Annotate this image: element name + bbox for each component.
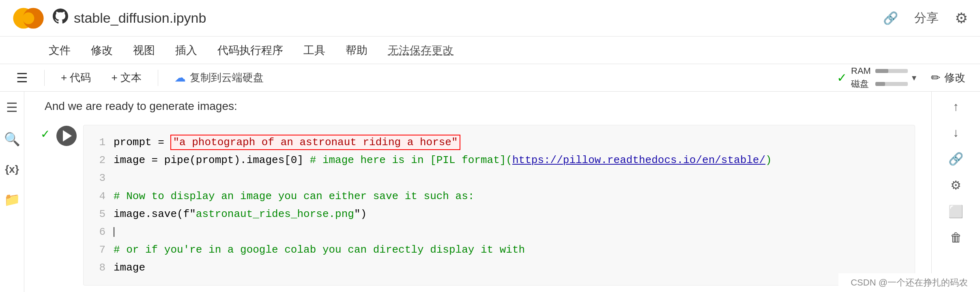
disk-fill	[875, 82, 885, 86]
menu-tools[interactable]: 工具	[303, 43, 325, 58]
section-description: And we are ready to generate images:	[41, 100, 915, 113]
line-content-3	[114, 169, 903, 187]
edit-mode-button[interactable]: ✏ 修改	[924, 67, 972, 88]
svg-point-2	[23, 12, 34, 24]
sidebar-icon-variables[interactable]: {x}	[5, 163, 19, 176]
line-number-5: 5	[96, 205, 105, 223]
unsaved-status: 无法保存更改	[388, 43, 453, 58]
disk-bar	[875, 82, 908, 86]
code-str-filename: astronaut_rides_horse.png	[196, 208, 354, 220]
add-code-button[interactable]: + 代码	[53, 67, 99, 88]
line-number-1: 1	[96, 133, 105, 151]
pil-link[interactable]: https://pillow.readthedocs.io/en/stable/	[512, 154, 765, 166]
line-content-2: image = pipe(prompt).images[0] # image h…	[114, 151, 903, 169]
menu-runtime[interactable]: 代码执行程序	[217, 43, 283, 58]
line-number-8: 8	[96, 259, 105, 277]
add-text-button[interactable]: + 文本	[103, 67, 149, 88]
code-comment-7: # or if you're in a google colab you can…	[114, 244, 525, 256]
menubar: 文件 修改 视图 插入 代码执行程序 工具 帮助 无法保存更改	[0, 36, 980, 64]
sidebar-icon-files[interactable]: 📁	[4, 192, 20, 207]
edit-label: 修改	[944, 71, 965, 85]
cell-run-checkmark: ✓	[41, 127, 50, 141]
footer-text: CSDN @一个还在挣扎的码农	[851, 277, 968, 288]
text-cursor	[114, 227, 114, 237]
add-text-label: + 文本	[111, 71, 141, 85]
line-content-6	[114, 223, 903, 241]
cell-settings-icon[interactable]: ⚙	[950, 178, 961, 192]
notebook-title: stable_diffusion.ipynb	[74, 10, 206, 26]
ram-bar	[875, 69, 908, 73]
expand-icon[interactable]: ⬜	[948, 204, 963, 219]
code-block[interactable]: 1 prompt = "a photograph of an astronaut…	[83, 125, 915, 286]
code-line-3: 3	[96, 169, 903, 187]
disk-label: 磁盘	[851, 78, 871, 90]
line-number-2: 2	[96, 151, 105, 169]
toolbar-divider-1	[44, 70, 45, 86]
menu-view[interactable]: 视图	[133, 43, 155, 58]
header-actions: 🔗 分享 ⚙	[883, 10, 968, 27]
line-number-6: 6	[96, 223, 105, 241]
code-text-image: image = pipe(prompt).images[0]	[114, 154, 310, 166]
menu-file[interactable]: 文件	[49, 43, 71, 58]
link-icon: 🔗	[883, 11, 898, 25]
link-cell-icon[interactable]: 🔗	[948, 152, 963, 166]
move-up-icon[interactable]: ↑	[953, 100, 959, 114]
share-button[interactable]: 分享	[914, 10, 939, 26]
ram-fill	[875, 69, 888, 73]
copy-to-cloud-label: 复制到云端硬盘	[190, 71, 264, 85]
code-text-close: ")	[354, 208, 367, 220]
menu-edit[interactable]: 修改	[91, 43, 113, 58]
copy-to-cloud-button[interactable]: ☁ 复制到云端硬盘	[166, 67, 272, 88]
toolbar-right: ✓ RAM 磁盘 ▾ ✏ 修改	[837, 66, 972, 90]
gear-icon: ⚙	[955, 10, 968, 27]
move-down-icon[interactable]: ↓	[953, 126, 959, 140]
code-cell: ✓ 1 prompt = "a photograph of an astrona…	[41, 125, 915, 286]
resource-dropdown-icon[interactable]: ▾	[912, 73, 916, 83]
line-number-7: 7	[96, 241, 105, 259]
code-text-image-var: image	[114, 262, 145, 274]
line-number-4: 4	[96, 187, 105, 205]
header-title-area: stable_diffusion.ipynb	[53, 9, 883, 28]
toolbar: ☰ + 代码 + 文本 ☁ 复制到云端硬盘 ✓ RAM 磁	[0, 64, 980, 92]
code-comment-4: # Now to display an image you can either…	[114, 190, 474, 202]
code-line-2: 2 image = pipe(prompt).images[0] # image…	[96, 151, 903, 169]
highlighted-string: "a photograph of an astronaut riding a h…	[170, 135, 460, 150]
cloud-icon: ☁	[174, 71, 186, 84]
sidebar: ☰ 🔍 {x} 📁	[0, 92, 24, 292]
line-content-1: prompt = "a photograph of an astronaut r…	[114, 133, 903, 151]
right-panel: ↑ ↓ 🔗 ⚙ ⬜ 🗑	[931, 92, 980, 292]
line-number-3: 3	[96, 169, 105, 187]
code-line-1: 1 prompt = "a photograph of an astronaut…	[96, 133, 903, 151]
line-content-4: # Now to display an image you can either…	[114, 187, 903, 205]
main-layout: ☰ 🔍 {x} 📁 And we are ready to generate i…	[0, 92, 980, 292]
toolbar-divider-2	[158, 70, 158, 86]
run-icon	[63, 130, 72, 142]
link-button[interactable]: 🔗	[883, 11, 898, 25]
add-code-label: + 代码	[61, 71, 91, 85]
code-line-7: 7 # or if you're in a google colab you c…	[96, 241, 903, 259]
line-content-7: # or if you're in a google colab you can…	[114, 241, 903, 259]
connected-checkmark: ✓	[837, 71, 847, 85]
menu-help[interactable]: 帮助	[346, 43, 368, 58]
menu-insert[interactable]: 插入	[175, 43, 197, 58]
delete-cell-icon[interactable]: 🗑	[950, 231, 962, 245]
resource-status: ✓ RAM 磁盘 ▾	[837, 66, 916, 90]
code-line-5: 5 image.save(f"astronaut_rides_horse.png…	[96, 205, 903, 223]
code-text-save: image.save(f"	[114, 208, 196, 220]
line-content-5: image.save(f"astronaut_rides_horse.png")	[114, 205, 903, 223]
settings-button[interactable]: ⚙	[955, 10, 968, 27]
header: stable_diffusion.ipynb 🔗 分享 ⚙	[0, 0, 980, 36]
code-line-6: 6	[96, 223, 903, 241]
sidebar-icon-search[interactable]: 🔍	[4, 131, 20, 147]
code-line-8: 8 image	[96, 259, 903, 277]
sidebar-icon-menu[interactable]: ☰	[6, 100, 18, 115]
toolbar-left: ☰ + 代码 + 文本 ☁ 复制到云端硬盘	[8, 67, 837, 89]
code-text-prompt: prompt =	[114, 136, 170, 148]
line-content-8: image	[114, 259, 903, 277]
footer: CSDN @一个还在挣扎的码农	[838, 273, 980, 292]
hamburger-menu-button[interactable]: ☰	[8, 67, 36, 89]
main-content: And we are ready to generate images: ✓ 1…	[24, 92, 931, 292]
run-cell-button[interactable]	[56, 126, 77, 146]
pencil-icon: ✏	[931, 71, 940, 84]
colab-logo	[12, 2, 45, 34]
